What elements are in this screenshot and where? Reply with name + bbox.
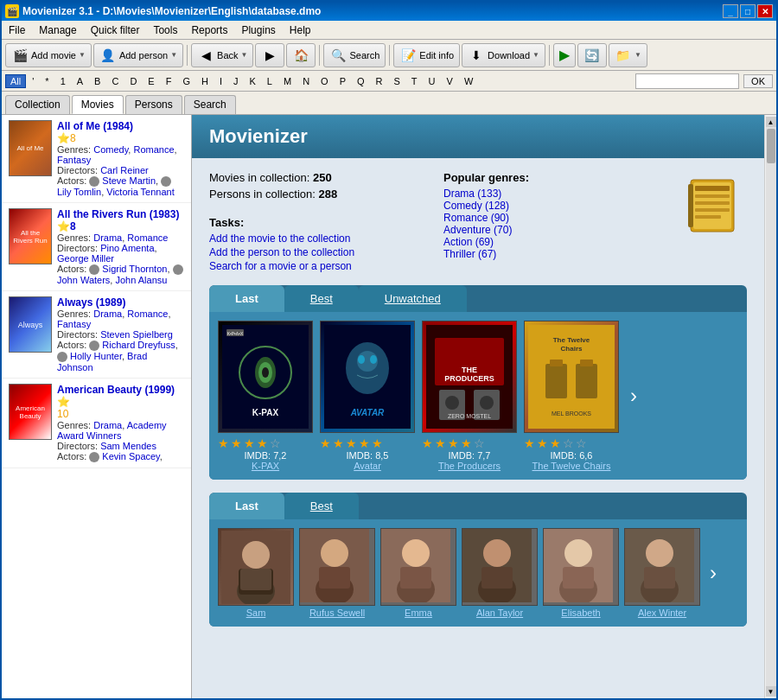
filter-k[interactable]: K — [245, 74, 261, 88]
back-dropdown[interactable]: ▼ — [241, 51, 248, 59]
movie-card-title[interactable]: The Twelve Chairs — [524, 461, 619, 471]
movie-card-producers[interactable]: THE PRODUCERS ZERO MOSTEL — [422, 321, 517, 471]
add-movie-button[interactable]: 🎬 Add movie ▼ — [5, 43, 92, 67]
genre-adventure[interactable]: Adventure (70) — [443, 224, 660, 236]
filter-p[interactable]: P — [335, 74, 351, 88]
genre-comedy[interactable]: Comedy (128) — [443, 200, 660, 212]
cards-tab-best[interactable]: Best — [284, 285, 359, 312]
home-button[interactable]: 🏠 — [286, 43, 316, 67]
scrollbar-thumb[interactable] — [767, 129, 775, 163]
movie-card-kpax[interactable]: K-PAX K•P•A•X ★ ★ ★ ★ — [218, 321, 313, 471]
maximize-btn[interactable]: □ — [740, 4, 756, 18]
filter-b[interactable]: B — [89, 74, 105, 88]
cards-tab-last[interactable]: Last — [209, 285, 284, 312]
tab-search[interactable]: Search — [184, 95, 236, 114]
movies-nav-right[interactable]: › — [626, 384, 641, 408]
add-person-dropdown[interactable]: ▼ — [170, 51, 177, 59]
folder-button[interactable]: 📁 ▼ — [609, 43, 647, 67]
filter-w[interactable]: W — [459, 74, 478, 88]
filter-v[interactable]: V — [442, 74, 458, 88]
filter-f[interactable]: F — [161, 74, 177, 88]
task-add-person[interactable]: Add the person to the collection — [209, 246, 426, 258]
persons-tab-best[interactable]: Best — [284, 493, 359, 519]
right-scrollbar[interactable]: ▲ ▼ — [764, 115, 776, 698]
menu-reports[interactable]: Reports — [184, 22, 234, 38]
filter-e[interactable]: E — [143, 74, 159, 88]
filter-j[interactable]: J — [228, 74, 244, 88]
filter-ok-button[interactable]: OK — [743, 74, 773, 88]
filter-r[interactable]: R — [371, 74, 388, 88]
download-button[interactable]: ⬇ Download ▼ — [462, 43, 545, 67]
forward-button[interactable]: ▶ — [255, 43, 284, 67]
filter-l[interactable]: L — [262, 74, 277, 88]
person-name[interactable]: Sam — [218, 608, 294, 618]
movie-card-avatar[interactable]: AVATAR ★ ★ ★ ★ ★ IMDB: 8 — [320, 321, 415, 471]
scrollbar-down[interactable]: ▼ — [766, 686, 776, 697]
person-name[interactable]: Alex Winter — [624, 608, 700, 618]
genre-thriller[interactable]: Thriller (67) — [443, 248, 660, 260]
tab-persons[interactable]: Persons — [125, 95, 182, 114]
filter-s[interactable]: S — [389, 74, 405, 88]
list-item[interactable]: All the Rivers Run All the Rivers Run (1… — [2, 203, 191, 291]
genre-romance[interactable]: Romance (90) — [443, 212, 660, 224]
add-person-button[interactable]: 👤 Add person ▼ — [93, 43, 183, 67]
list-item[interactable]: All of Me All of Me (1984) ⭐8 Genres: Co… — [2, 115, 191, 203]
tab-movies[interactable]: Movies — [72, 95, 124, 114]
cards-tab-unwatched[interactable]: Unwatched — [359, 285, 467, 312]
person-name[interactable]: Alan Taylor — [462, 608, 538, 618]
back-button[interactable]: ◀ Back ▼ — [191, 43, 253, 67]
edit-info-button[interactable]: 📝 Edit info — [393, 43, 460, 67]
person-card[interactable]: Rufus Sewell — [299, 528, 375, 618]
tab-collection[interactable]: Collection — [5, 95, 70, 114]
scrollbar-track[interactable] — [766, 127, 776, 686]
content-scroll[interactable]: Movienizer Movies in collection: 250 Per… — [192, 115, 764, 698]
folder-dropdown[interactable]: ▼ — [635, 51, 641, 59]
person-card[interactable]: Elisabeth — [543, 528, 619, 618]
refresh-button[interactable]: 🔄 — [577, 43, 607, 67]
menu-help[interactable]: Help — [283, 22, 318, 38]
menu-file[interactable]: File — [2, 22, 32, 38]
movie-card-title[interactable]: Avatar — [320, 461, 415, 471]
filter-o[interactable]: O — [316, 74, 334, 88]
movie-card-title[interactable]: The Producers — [422, 461, 517, 471]
filter-a[interactable]: A — [72, 74, 88, 88]
filter-n[interactable]: N — [297, 74, 315, 88]
filter-all[interactable]: All — [5, 74, 26, 88]
download-dropdown[interactable]: ▼ — [532, 51, 539, 59]
search-button[interactable]: 🔍 Search — [323, 43, 386, 67]
person-card[interactable]: Alan Taylor — [462, 528, 538, 618]
filter-h[interactable]: H — [196, 74, 214, 88]
movie-card-twelvechairs[interactable]: The Twelve Chairs MEL BROOKS — [524, 321, 619, 471]
filter-star[interactable]: * — [40, 74, 54, 88]
task-add-movie[interactable]: Add the movie to the collection — [209, 232, 426, 245]
genre-drama[interactable]: Drama (133) — [443, 188, 660, 200]
filter-m[interactable]: M — [278, 74, 297, 88]
persons-nav-right[interactable]: › — [705, 561, 721, 585]
play-button[interactable]: ▶ — [553, 43, 576, 67]
filter-1[interactable]: 1 — [55, 74, 71, 88]
filter-search-input[interactable] — [635, 73, 739, 89]
filter-g[interactable]: G — [177, 74, 195, 88]
person-name[interactable]: Elisabeth — [543, 608, 619, 618]
filter-c[interactable]: C — [106, 74, 124, 88]
list-item[interactable]: American Beauty American Beauty (1999) ⭐… — [2, 379, 191, 468]
filter-apostrophe[interactable]: ' — [27, 74, 39, 88]
person-card[interactable]: Sam — [218, 528, 294, 618]
menu-manage[interactable]: Manage — [32, 22, 83, 38]
close-btn[interactable]: ✕ — [757, 4, 773, 18]
person-card[interactable]: Alex Winter — [624, 528, 700, 618]
persons-tab-last[interactable]: Last — [209, 493, 284, 519]
menu-tools[interactable]: Tools — [146, 22, 184, 38]
movie-card-title[interactable]: K-PAX — [218, 461, 313, 471]
genre-action[interactable]: Action (69) — [443, 236, 660, 248]
filter-d[interactable]: D — [124, 74, 142, 88]
menu-plugins[interactable]: Plugins — [234, 22, 282, 38]
task-search[interactable]: Search for a movie or a person — [209, 260, 426, 272]
filter-i[interactable]: I — [214, 74, 227, 88]
filter-t[interactable]: T — [406, 74, 423, 88]
add-movie-dropdown[interactable]: ▼ — [79, 51, 86, 59]
person-name[interactable]: Emma — [380, 608, 456, 618]
person-name[interactable]: Rufus Sewell — [299, 608, 375, 618]
scrollbar-up[interactable]: ▲ — [766, 117, 776, 127]
filter-q[interactable]: Q — [352, 74, 370, 88]
